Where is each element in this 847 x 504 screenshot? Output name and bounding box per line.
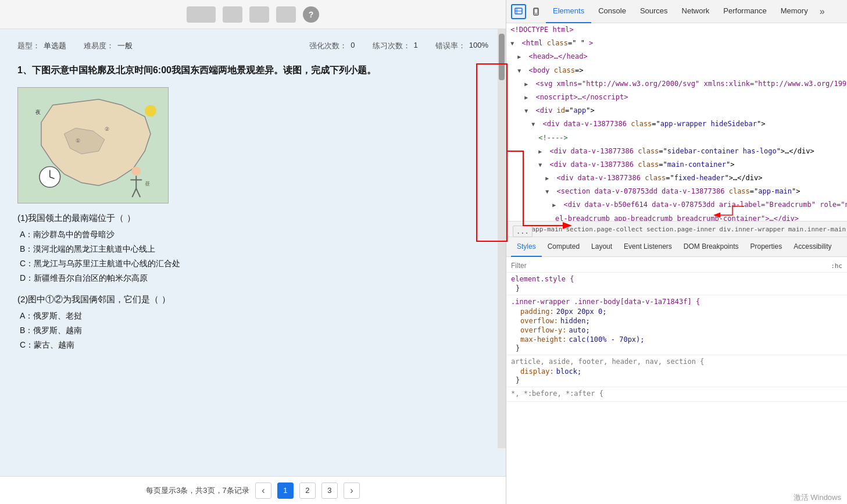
class-eq: =" xyxy=(659,160,667,169)
triangle-icon: ▼ xyxy=(531,120,538,129)
breadcrumb-page-inner[interactable]: section.page-inner xyxy=(645,226,717,233)
dom-line-body[interactable]: ▼ <body class=> xyxy=(506,64,847,77)
dom-line-comment[interactable]: <!----> xyxy=(506,131,847,145)
topbar-button-2[interactable] xyxy=(223,6,242,23)
dom-line-fixed-header[interactable]: ▶ <div data-v-13877386 class="fixed-head… xyxy=(506,171,847,185)
practice-label: 练习次数： xyxy=(373,41,410,51)
noscript-tag: <noscript>…</noscript> xyxy=(535,93,628,101)
tab-layout[interactable]: Layout xyxy=(585,237,618,257)
option-1b: B：漠河北端的黑龙江主航道中心线上 xyxy=(17,244,488,255)
tab-performance[interactable]: Performance xyxy=(716,0,773,23)
tab-elements[interactable]: Elements xyxy=(546,0,591,23)
css-selector-article: article, aside, footer, header, nav, sec… xyxy=(511,358,842,366)
comment-text: <!----> xyxy=(538,134,568,142)
topbar-button-3[interactable] xyxy=(249,6,269,23)
dom-line-breadcrumb-cont[interactable]: el-breadcrumb app-breadcrumb breadcrumb-… xyxy=(506,212,847,221)
topbar-button-4[interactable] xyxy=(276,6,296,23)
dom-line-app-main[interactable]: ▼ <section data-v-078753dd data-v-138773… xyxy=(506,185,847,198)
css-prop-overflow: overflow: hidden; xyxy=(511,316,842,326)
svg-text:①: ① xyxy=(76,138,80,144)
triangle-icon: ▼ xyxy=(517,66,524,76)
scrollbar-track[interactable] xyxy=(498,29,506,448)
sub-question-1-title: (1)我国领土的最南端位于（ ） xyxy=(17,213,488,224)
div-id-val: app xyxy=(574,106,587,115)
dom-line-svg[interactable]: ▶ <svg xmlns="http://www.w3.org/2000/svg… xyxy=(506,77,847,91)
body-class-attr: class xyxy=(554,66,575,74)
breadcrumb-inner-main[interactable]: main.inner-main xyxy=(787,226,847,233)
sub-question-2-title: (2)图中①②为我国俩邻国，它们是（ ） xyxy=(17,294,488,305)
meta-strengthen: 强化次数： 0 xyxy=(309,41,355,51)
dom-line-doctype[interactable]: <!DOCTYPE html> xyxy=(506,23,847,37)
class-eq: =" xyxy=(750,187,758,195)
tab-memory[interactable]: Memory xyxy=(774,0,815,23)
breadcrumb-page-collect[interactable]: section.page-collect xyxy=(564,226,644,233)
prev-page-button[interactable]: ‹ xyxy=(255,482,271,499)
class-close: "> xyxy=(757,120,765,128)
map-image: ① ② 夜 昼 xyxy=(17,87,169,203)
class-eq: =" xyxy=(666,174,674,182)
devtools-tabs: Elements Console Sources Network Perform… xyxy=(546,0,830,23)
svg-text:昼: 昼 xyxy=(145,181,150,187)
tab-accessibility[interactable]: Accessibility xyxy=(788,237,837,257)
class-attr: class xyxy=(631,120,652,128)
dom-line-app-wrapper[interactable]: ▼ <div data-v-13877386 class="app-wrappe… xyxy=(506,117,847,131)
next-page-button[interactable]: › xyxy=(344,482,360,499)
scrollbar-thumb[interactable] xyxy=(499,34,505,80)
question-area: 题型： 单选题 难易度： 一般 强化次数： 0 练习次数： 1 错误率： 1 xyxy=(0,29,506,476)
dom-line-head[interactable]: ▶ <head>…</head> xyxy=(506,50,847,63)
css-prop-padding: padding: 20px 20px 0; xyxy=(511,307,842,316)
class-val: sidebar-container has-logo xyxy=(667,147,777,155)
tab-dom-breakpoints[interactable]: DOM Breakpoints xyxy=(678,237,745,257)
app-main-tag: <section data-v-078753dd data-v-13877386 xyxy=(556,187,724,195)
error-label: 错误率： xyxy=(435,41,466,51)
svg-point-4 xyxy=(131,166,141,176)
breadcrumb-inner-wrapper[interactable]: div.inner-wrapper xyxy=(717,226,787,233)
css-prop-display: display: block; xyxy=(511,367,842,376)
css-prop-name-overflow: overflow: xyxy=(520,317,558,325)
main-container-tag: <div data-v-13877386 xyxy=(549,160,634,169)
css-filter-input[interactable] xyxy=(511,262,627,270)
dom-line-noscript[interactable]: ▶ <noscript>…</noscript> xyxy=(506,91,847,104)
css-prop-val-padding: 20px 20px 0; xyxy=(556,308,607,316)
triangle-icon: ▶ xyxy=(552,201,559,210)
option-2b: B：俄罗斯、越南 xyxy=(17,326,488,336)
help-button[interactable]: ? xyxy=(303,6,319,23)
dom-line-sidebar[interactable]: ▶ <div data-v-13877386 class="sidebar-co… xyxy=(506,145,847,158)
page-3-button[interactable]: 3 xyxy=(321,482,338,499)
tab-styles[interactable]: Styles xyxy=(511,237,542,257)
css-rule-universal: *, *:before, *:after { xyxy=(506,387,847,402)
tab-network[interactable]: Network xyxy=(675,0,717,23)
mobile-icon xyxy=(532,8,540,16)
tab-console[interactable]: Console xyxy=(591,0,633,23)
inspect-icon[interactable] xyxy=(511,4,526,19)
tab-event-listeners[interactable]: Event Listeners xyxy=(618,237,678,257)
page-2-button[interactable]: 2 xyxy=(299,482,316,499)
triangle-icon: ▶ xyxy=(545,174,552,183)
dom-line-div-app[interactable]: ▼ <div id="app"> xyxy=(506,104,847,117)
html-class-close: " xyxy=(581,39,585,47)
page-1-button[interactable]: 1 xyxy=(277,482,294,499)
tab-sources[interactable]: Sources xyxy=(633,0,675,23)
css-prop-name-overflow-y: overflow-y: xyxy=(520,326,566,334)
html-tag: <html xyxy=(521,39,542,47)
html-class-val xyxy=(576,39,580,47)
dom-line-html[interactable]: ▼ <html class=" " > xyxy=(506,37,847,50)
option-1a: A：南沙群岛中的曾母暗沙 xyxy=(17,230,488,240)
meta-bar: 题型： 单选题 难易度： 一般 强化次数： 0 练习次数： 1 错误率： 1 xyxy=(17,41,488,51)
class-val: app-wrapper hideSidebar xyxy=(660,120,757,128)
more-tabs-button[interactable]: » xyxy=(815,6,830,17)
css-brace-close-3: } xyxy=(511,376,842,384)
dom-line-main-container[interactable]: ▼ <div data-v-13877386 class="main-conta… xyxy=(506,158,847,171)
tab-computed[interactable]: Computed xyxy=(542,237,585,257)
topbar-button-1[interactable] xyxy=(187,6,216,23)
css-prop-val-display: block; xyxy=(556,367,581,376)
tab-properties[interactable]: Properties xyxy=(745,237,788,257)
triangle-icon: ▼ xyxy=(524,106,531,116)
option-2c: C：蒙古、越南 xyxy=(17,340,488,351)
dom-line-breadcrumb[interactable]: ▶ <div data-v-b50ef614 data-v-078753dd a… xyxy=(506,198,847,212)
breadcrumb-tag: <div data-v-b50ef614 data-v-078753dd ari… xyxy=(563,201,847,209)
main-container: ? 题型： 单选题 难易度： 一般 强化次数： 0 xyxy=(0,0,847,504)
device-icon[interactable] xyxy=(528,4,544,19)
css-rule-article: article, aside, footer, header, nav, sec… xyxy=(506,355,847,387)
css-prop-val-overflow: hidden; xyxy=(560,317,590,325)
